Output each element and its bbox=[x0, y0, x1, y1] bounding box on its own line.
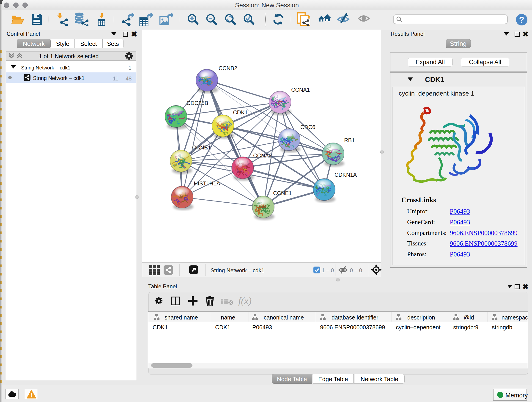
svg-text:CDC6: CDC6 bbox=[300, 124, 315, 130]
svg-text:?: ? bbox=[519, 15, 524, 25]
svg-text:CCNE1: CCNE1 bbox=[273, 190, 292, 196]
svg-text:RB1: RB1 bbox=[344, 137, 355, 143]
svg-text:CDKN1A: CDKN1A bbox=[335, 172, 357, 178]
svg-text:CDK1: CDK1 bbox=[233, 109, 248, 115]
svg-text:CCNB1: CCNB1 bbox=[192, 144, 211, 151]
svg-text:CCNA2: CCNA2 bbox=[253, 153, 272, 159]
svg-text:CDC25B: CDC25B bbox=[186, 100, 208, 106]
svg-text:HIST1H1A: HIST1H1A bbox=[194, 180, 220, 186]
svg-text:CCNA1: CCNA1 bbox=[291, 87, 310, 93]
svg-text:CCNB2: CCNB2 bbox=[219, 65, 237, 71]
